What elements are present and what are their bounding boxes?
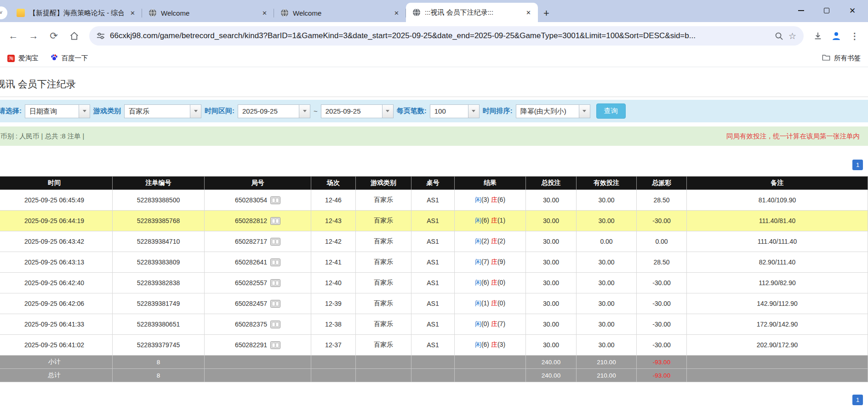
bet-records-table: 时间 注单编号 局号 场次 游戏类别 桌号 结果 总投注 有效投注 总派彩 备注… <box>0 176 868 382</box>
cell-valid-bet: 30.00 <box>577 335 637 356</box>
tab-strip-chevron-icon[interactable]: ˅ <box>0 6 7 19</box>
cell-round: 650282717 <box>205 231 311 252</box>
tab-welcome-2[interactable]: Welcome ✕ <box>274 4 406 22</box>
browser-toolbar: ← → ⟳ 66cxkj98.com/game/betrecord_search… <box>0 22 868 50</box>
cell-table: AS1 <box>411 273 455 293</box>
page-size-select[interactable]: 100 <box>430 104 480 118</box>
profile-avatar-icon[interactable] <box>828 28 844 44</box>
cell-table: AS1 <box>411 335 455 356</box>
cell-session: 12-38 <box>311 314 356 335</box>
date-start-select[interactable]: 2025-09-25 <box>238 104 310 118</box>
bookmark-baidu[interactable]: 百度一下 <box>51 54 88 63</box>
restore-button[interactable] <box>814 0 839 21</box>
cell-total-bet[interactable]: 30.00 <box>526 273 577 293</box>
header-valid-bet: 有效投注 <box>577 177 637 190</box>
cell-valid-bet: 0.00 <box>577 231 637 252</box>
minimize-button[interactable] <box>788 0 814 21</box>
view-cards-icon[interactable] <box>270 196 280 204</box>
bookmark-star-icon[interactable]: ☆ <box>788 31 796 41</box>
view-cards-icon[interactable] <box>270 321 280 328</box>
cell-game: 百家乐 <box>356 252 411 273</box>
view-cards-icon[interactable] <box>270 279 280 287</box>
sort-select[interactable]: 降幂(由大到小) <box>516 104 590 118</box>
result-player-label: 闲 <box>475 258 481 265</box>
site-settings-icon[interactable] <box>97 32 105 40</box>
chevron-down-icon[interactable] <box>299 105 310 118</box>
search-button[interactable]: 查询 <box>596 103 626 119</box>
result-banker-label: 庄 <box>491 196 497 203</box>
filter-bar: 请选择: 日期查询 游戏类别 百家乐 时间区间: 2025-09-25 ~ 20… <box>0 100 868 122</box>
result-banker-num: (1) <box>497 217 505 224</box>
cell-game: 百家乐 <box>356 211 411 231</box>
chevron-down-icon[interactable] <box>79 105 90 118</box>
table-row: 2025-09-25 06:43:42 522839384710 6502827… <box>0 231 868 252</box>
bookmark-taobao[interactable]: 淘 爱淘宝 <box>7 54 39 63</box>
cell-total-bet[interactable]: 30.00 <box>526 211 577 231</box>
forward-icon[interactable]: → <box>25 27 42 45</box>
cell-total-bet[interactable]: 30.00 <box>526 190 577 211</box>
bookmark-label: 爱淘宝 <box>18 54 39 63</box>
tab-close-icon[interactable]: ✕ <box>128 9 137 17</box>
home-icon[interactable] <box>65 27 83 45</box>
cell-total-bet[interactable]: 30.00 <box>526 231 577 252</box>
tab-close-icon[interactable]: ✕ <box>260 9 269 17</box>
result-banker-label: 庄 <box>491 258 497 265</box>
page-1-button[interactable]: 1 <box>852 395 863 405</box>
view-cards-icon[interactable] <box>270 238 280 246</box>
globe-icon <box>280 9 289 17</box>
summary-payout: -93.00 <box>637 369 687 382</box>
date-end-select[interactable]: 2025-09-25 <box>321 104 394 118</box>
result-player-label: 闲 <box>475 320 481 327</box>
summary-total-bet: 240.00 <box>526 356 577 369</box>
page-1-button[interactable]: 1 <box>852 160 863 170</box>
cell-session: 12-42 <box>311 231 356 252</box>
chevron-down-icon[interactable] <box>468 105 479 118</box>
cell-total-bet[interactable]: 30.00 <box>526 335 577 356</box>
header-bet-id: 注单编号 <box>113 177 205 190</box>
menu-dots-icon[interactable]: ⋮ <box>847 28 862 44</box>
cell-game: 百家乐 <box>356 190 411 211</box>
back-icon[interactable]: ← <box>5 27 22 45</box>
round-number: 650282717 <box>235 238 267 245</box>
close-button[interactable]: ✕ <box>839 0 865 21</box>
query-type-select[interactable]: 日期查询 <box>25 104 90 118</box>
new-tab-button[interactable]: + <box>543 8 549 18</box>
view-cards-icon[interactable] <box>270 258 280 266</box>
view-cards-icon[interactable] <box>270 341 280 349</box>
tab-bet-records-active[interactable]: :::视讯 会员下注纪录::: ✕ <box>406 3 538 22</box>
cell-remark: 111.40/111.40 <box>687 231 868 252</box>
address-bar[interactable]: 66cxkj98.com/game/betrecord_search/kind3… <box>89 26 804 46</box>
result-banker-label: 庄 <box>491 237 497 245</box>
cell-round: 650283054 <box>205 190 311 211</box>
cell-total-bet[interactable]: 30.00 <box>526 293 577 314</box>
chevron-down-icon[interactable] <box>382 105 393 118</box>
download-icon[interactable] <box>810 28 826 44</box>
view-cards-icon[interactable] <box>270 217 280 225</box>
all-bookmarks[interactable]: 所有书签 <box>822 54 861 63</box>
round-number: 650282375 <box>235 321 267 328</box>
view-cards-icon[interactable] <box>270 300 280 308</box>
cell-bet-id: 522839388500 <box>113 190 205 211</box>
zoom-icon[interactable] <box>775 32 783 40</box>
cell-remark: 81.40/109.90 <box>687 190 868 211</box>
cell-total-bet[interactable]: 30.00 <box>526 314 577 335</box>
baidu-paw-icon <box>51 54 58 63</box>
date-range-tilde: ~ <box>314 107 318 115</box>
chevron-down-icon[interactable] <box>579 105 590 118</box>
summary-label: 总计 <box>0 369 113 382</box>
game-type-select[interactable]: 百家乐 <box>124 104 201 118</box>
cell-bet-id: 522839381749 <box>113 293 205 314</box>
cell-total-bet[interactable]: 30.00 <box>526 252 577 273</box>
tab-close-icon[interactable]: ✕ <box>524 8 533 17</box>
chevron-down-icon[interactable] <box>190 105 201 118</box>
tab-welcome-1[interactable]: Welcome ✕ <box>142 4 274 22</box>
header-payout: 总派彩 <box>637 177 687 190</box>
url-text[interactable]: 66cxkj98.com/game/betrecord_search/kind3… <box>110 31 770 40</box>
result-player-num: (6) <box>481 279 489 286</box>
round-number: 650282812 <box>235 217 267 224</box>
game-type-value: 百家乐 <box>125 105 190 118</box>
tab-close-icon[interactable]: ✕ <box>392 9 401 17</box>
round-number: 650282641 <box>235 258 267 266</box>
tab-haiyan-forum[interactable]: 【新提醒】海燕策略论坛 - 综合 ✕ <box>10 4 142 22</box>
reload-icon[interactable]: ⟳ <box>45 27 63 45</box>
